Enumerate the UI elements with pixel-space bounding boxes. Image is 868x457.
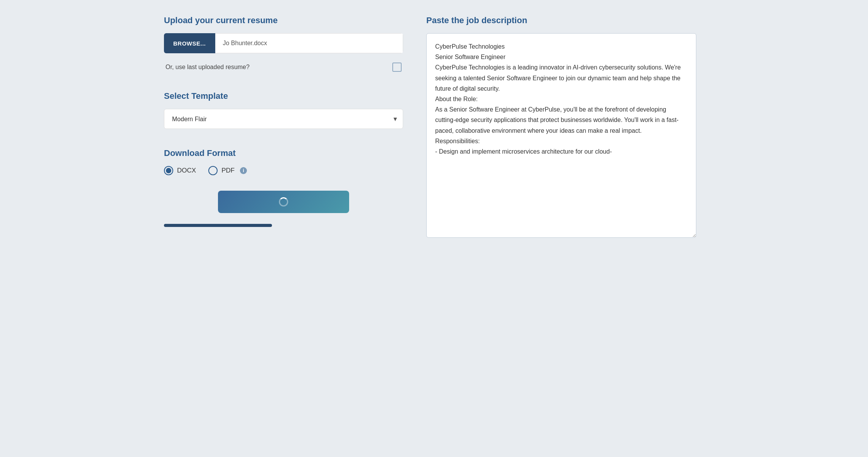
template-select[interactable]: Modern Flair Classic Pro Minimal Clean E…	[164, 109, 403, 129]
template-section: Select Template Modern Flair Classic Pro…	[164, 91, 403, 129]
job-description-title: Paste the job description	[426, 15, 696, 25]
submit-button[interactable]	[218, 191, 349, 213]
pdf-label: PDF	[221, 167, 235, 174]
docx-radio-item[interactable]: DOCX	[164, 166, 196, 175]
job-description-textarea[interactable]: CyberPulse Technologies Senior Software …	[426, 33, 696, 238]
last-uploaded-label: Or, use last uploaded resume?	[165, 64, 250, 71]
upload-row: BROWSE... Jo Bhunter.docx	[164, 33, 403, 53]
template-title: Select Template	[164, 91, 403, 101]
progress-bar-container	[164, 224, 403, 227]
template-select-wrapper: Modern Flair Classic Pro Minimal Clean E…	[164, 109, 403, 129]
pdf-radio-item[interactable]: PDF i	[208, 166, 247, 175]
last-uploaded-checkbox[interactable]	[392, 63, 402, 72]
download-title: Download Format	[164, 148, 403, 158]
last-uploaded-row: Or, use last uploaded resume?	[164, 63, 403, 72]
upload-title: Upload your current resume	[164, 15, 403, 25]
pdf-info-icon[interactable]: i	[240, 167, 247, 174]
browse-button[interactable]: BROWSE...	[164, 33, 215, 53]
pdf-radio-circle[interactable]	[208, 166, 218, 175]
docx-radio-inner	[166, 168, 171, 173]
progress-bar	[164, 224, 272, 227]
docx-label: DOCX	[177, 167, 196, 174]
format-radio-group: DOCX PDF i	[164, 166, 403, 175]
docx-radio-circle[interactable]	[164, 166, 173, 175]
file-name-display: Jo Bhunter.docx	[215, 33, 403, 53]
loading-spinner	[279, 197, 288, 206]
download-section: Download Format DOCX PDF i	[164, 148, 403, 175]
submit-area	[164, 191, 403, 213]
